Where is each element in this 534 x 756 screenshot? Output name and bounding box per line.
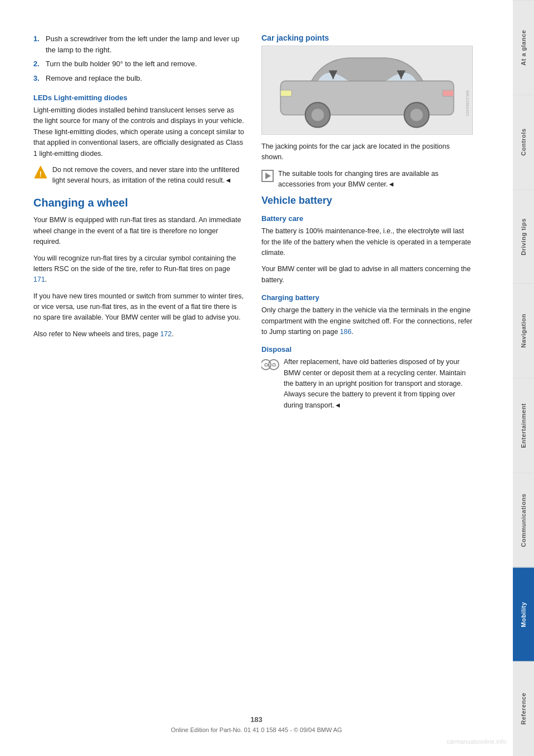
jacking-points-text: The jacking points for the car jack are …	[261, 141, 473, 163]
tip-text: The suitable tools for changing tires ar…	[278, 169, 473, 190]
footer-text: Online Edition for Part-No. 01 41 0 158 …	[171, 726, 342, 733]
battery-care-p2: Your BMW center will be glad to advise i…	[261, 264, 473, 286]
warning-text: Do not remove the covers, and never star…	[52, 165, 245, 186]
step-2-text: Turn the bulb holder 90° to the left and…	[46, 58, 197, 70]
disposal-text: After replacement, have old batteries di…	[284, 357, 473, 411]
leds-heading: LEDs Light-emitting diodes	[33, 94, 245, 102]
sidebar-tab-controls[interactable]: Controls	[513, 95, 534, 189]
tip-icon	[261, 170, 274, 182]
changing-wheel-heading: Changing a wheel	[33, 197, 245, 209]
car-jacking-heading: Car jacking points	[261, 33, 473, 42]
car-jacking-image: WK10382401	[261, 46, 473, 135]
svg-point-7	[411, 109, 423, 121]
changing-wheel-p3: If you have new tires mounted or switch …	[33, 291, 245, 323]
changing-wheel-p2: You will recognize run-flat tires by a c…	[33, 253, 245, 286]
left-column: 1. Push a screwdriver from the left unde…	[33, 33, 245, 723]
disposal-box: ♻ ♻ After replacement, have old batterie…	[261, 357, 473, 416]
svg-point-5	[312, 109, 324, 121]
page-footer: 183 Online Edition for Part-No. 01 41 0 …	[0, 715, 513, 734]
step-3-text: Remove and replace the bulb.	[46, 73, 142, 84]
page-container: 1. Push a screwdriver from the left unde…	[0, 0, 534, 756]
right-column: Car jacking points	[261, 33, 473, 723]
svg-text:♻: ♻	[264, 362, 269, 368]
sidebar-tab-driving-tips[interactable]: Driving tips	[513, 189, 534, 284]
disposal-icon: ♻ ♻	[261, 358, 279, 373]
sidebar-tab-navigation[interactable]: Navigation	[513, 283, 534, 378]
vehicle-battery-heading: Vehicle battery	[261, 195, 473, 207]
changing-wheel-p1: Your BMW is equipped with run-flat tires…	[33, 215, 245, 247]
tip-box: The suitable tools for changing tires ar…	[261, 169, 473, 190]
page-ref-186-link[interactable]: 186	[340, 328, 352, 336]
svg-rect-8	[280, 90, 291, 96]
sidebar-tab-communications[interactable]: Communications	[513, 473, 534, 567]
charging-battery-heading: Charging battery	[261, 293, 473, 302]
numbered-steps: 1. Push a screwdriver from the left unde…	[33, 33, 245, 84]
step-1-text: Push a screwdriver from the left under t…	[46, 33, 245, 55]
step-2: 2. Turn the bulb holder 90° to the left …	[33, 58, 245, 70]
step-2-num: 2.	[33, 58, 41, 70]
warning-icon: !	[33, 165, 48, 181]
sidebar-tab-reference[interactable]: Reference	[513, 661, 534, 756]
page-number: 183	[0, 715, 513, 724]
step-3: 3. Remove and replace the bulb.	[33, 73, 245, 84]
step-1-num: 1.	[33, 33, 41, 55]
watermark: carmanualsonline.info	[447, 738, 506, 745]
svg-text:WK10382401: WK10382401	[465, 90, 470, 116]
battery-care-heading: Battery care	[261, 214, 473, 223]
step-3-num: 3.	[33, 73, 41, 84]
charging-battery-text: Only charge the battery in the vehicle v…	[261, 305, 473, 337]
svg-text:♻: ♻	[271, 362, 276, 368]
warning-box: ! Do not remove the covers, and never st…	[33, 165, 245, 186]
page-ref-171-link[interactable]: 171	[33, 276, 45, 283]
changing-wheel-p4: Also refer to New wheels and tires, page…	[33, 329, 245, 340]
step-1: 1. Push a screwdriver from the left unde…	[33, 33, 245, 55]
disposal-heading: Disposal	[261, 345, 473, 354]
main-content: 1. Push a screwdriver from the left unde…	[0, 0, 513, 756]
sidebar-tab-mobility[interactable]: Mobility	[513, 567, 534, 662]
page-ref-172-link[interactable]: 172	[160, 330, 172, 338]
svg-rect-9	[443, 90, 454, 96]
tip-triangle-icon	[265, 173, 271, 179]
sidebar-tab-entertainment[interactable]: Entertainment	[513, 378, 534, 473]
sidebar: At a glance Controls Driving tips Naviga…	[513, 0, 534, 756]
leds-body-text: Light-emitting diodes installed behind t…	[33, 105, 245, 159]
battery-care-p1: The battery is 100% maintenance-free, i.…	[261, 226, 473, 258]
svg-text:!: !	[39, 170, 42, 178]
sidebar-tab-at-a-glance[interactable]: At a glance	[513, 0, 534, 95]
